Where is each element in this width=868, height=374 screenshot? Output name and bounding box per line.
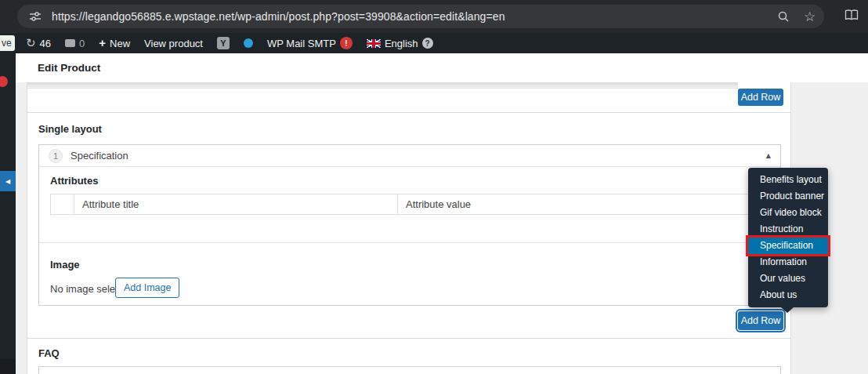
page-title: Edit Product bbox=[38, 62, 100, 74]
language-menu[interactable]: English ? bbox=[360, 33, 440, 53]
product-settings-panel: Add Row Single layout 1 Specification ▲ … bbox=[27, 82, 791, 374]
cutoff-save-button[interactable]: ve bbox=[0, 35, 15, 51]
attributes-label: Attributes bbox=[50, 175, 98, 187]
dropdown-item[interactable]: Specification bbox=[748, 238, 828, 254]
wp-mail-smtp-label: WP Mail SMTP bbox=[267, 38, 336, 49]
add-row-bottom-button[interactable]: Add Row bbox=[738, 311, 783, 330]
wp-admin-bar: ve ↻ 46 0 + New View product Y WP Mail S… bbox=[0, 33, 868, 53]
attribute-title-header: Attribute title bbox=[74, 194, 398, 214]
add-image-button[interactable]: Add Image bbox=[115, 278, 179, 298]
dropdown-item[interactable]: Product banner bbox=[748, 188, 828, 205]
bookmark-star-icon[interactable]: ☆ bbox=[804, 8, 816, 20]
collapse-menu-item[interactable] bbox=[0, 359, 16, 374]
updates-count: 46 bbox=[40, 38, 51, 49]
search-icon[interactable] bbox=[777, 10, 790, 23]
browser-toolbar: https://legandgo56885.e.wpstage.net/wp-a… bbox=[0, 0, 868, 33]
dropdown-item[interactable]: Information bbox=[748, 254, 828, 271]
blue-dot-icon bbox=[244, 38, 253, 48]
row-order-badge: 1 bbox=[49, 149, 63, 163]
image-label: Image bbox=[50, 259, 80, 271]
wp-mail-smtp-menu[interactable]: WP Mail SMTP ! bbox=[260, 33, 360, 53]
view-product-link[interactable]: View product bbox=[137, 33, 210, 53]
dropdown-item[interactable]: About us bbox=[748, 287, 828, 303]
row-handle-cell bbox=[51, 194, 74, 214]
dropdown-tail-pointer bbox=[781, 307, 794, 313]
language-label: English bbox=[385, 38, 418, 49]
dropdown-item[interactable]: Benefits layout bbox=[748, 172, 828, 188]
updates-icon: ↻ bbox=[26, 38, 36, 49]
dropdown-item[interactable]: Gif video block bbox=[748, 205, 828, 221]
faq-label: FAQ bbox=[38, 347, 60, 359]
attributes-table: Attribute title Attribute value bbox=[50, 194, 771, 215]
comments-icon bbox=[65, 39, 75, 47]
reading-list-icon[interactable] bbox=[844, 9, 859, 21]
field-divider bbox=[39, 242, 780, 243]
collapsed-admin-menu: ◀ bbox=[0, 53, 16, 374]
field-separator bbox=[27, 112, 790, 113]
faq-field-group bbox=[38, 366, 781, 374]
page-header: Edit Product bbox=[0, 53, 868, 82]
flexible-content-row: 1 Specification ▲ Attributes Attribute t… bbox=[38, 144, 781, 306]
collapse-toggle-icon[interactable]: ▲ bbox=[766, 152, 771, 159]
uk-flag-icon bbox=[367, 39, 381, 48]
layout-row-header[interactable]: 1 Specification ▲ bbox=[39, 145, 780, 167]
site-info-icon[interactable] bbox=[29, 10, 42, 23]
notification-dot-menu[interactable] bbox=[237, 33, 260, 53]
content-area: Add Row Single layout 1 Specification ▲ … bbox=[0, 82, 868, 374]
view-product-label: View product bbox=[144, 38, 203, 49]
yoast-icon: Y bbox=[217, 37, 230, 49]
comments-count: 0 bbox=[79, 38, 85, 49]
dropdown-item[interactable]: Instruction bbox=[748, 221, 828, 238]
yoast-seo-menu[interactable]: Y bbox=[210, 33, 237, 53]
add-row-top-button[interactable]: Add Row bbox=[738, 89, 783, 106]
scrolled-cutoff-element bbox=[27, 82, 738, 89]
update-count-badge bbox=[0, 76, 8, 87]
plus-icon: + bbox=[99, 38, 106, 49]
layout-dropdown-menu: Benefits layout Product banner Gif video… bbox=[748, 168, 828, 307]
address-bar[interactable]: https://legandgo56885.e.wpstage.net/wp-a… bbox=[17, 5, 824, 28]
attribute-value-header: Attribute value bbox=[398, 194, 770, 214]
row-layout-name: Specification bbox=[71, 150, 128, 162]
menu-collapse-arrow-icon[interactable]: ◀ bbox=[0, 171, 16, 191]
url-text[interactable]: https://legandgo56885.e.wpstage.net/wp-a… bbox=[52, 10, 505, 23]
language-help-badge: ? bbox=[422, 38, 433, 49]
new-label: New bbox=[110, 38, 130, 49]
updates-menu[interactable]: ↻ 46 bbox=[19, 33, 58, 53]
single-layout-label: Single layout bbox=[38, 123, 102, 135]
field-separator bbox=[27, 338, 790, 339]
comments-menu[interactable]: 0 bbox=[58, 33, 92, 53]
dropdown-item[interactable]: Our values bbox=[748, 271, 828, 287]
new-content-menu[interactable]: + New bbox=[92, 33, 137, 53]
smtp-alert-badge: ! bbox=[340, 37, 353, 49]
